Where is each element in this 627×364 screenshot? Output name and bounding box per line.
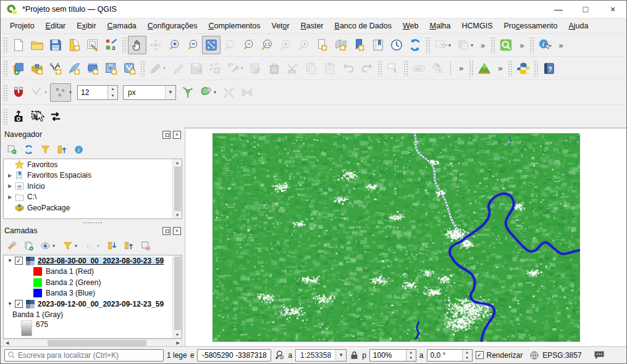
- menu-editar[interactable]: Editar: [40, 20, 72, 32]
- zoom-out-button[interactable]: [183, 36, 202, 54]
- spin-up-icon[interactable]: ▲: [406, 350, 416, 355]
- toolbar-handle[interactable]: [469, 60, 474, 77]
- spin-down-icon[interactable]: ▼: [406, 355, 416, 361]
- zoom-native-resolution-button[interactable]: 1:1: [258, 36, 276, 54]
- snapping-vertex-mode-button[interactable]: [28, 83, 46, 102]
- paste-features-button[interactable]: [321, 59, 339, 78]
- expand-all-button[interactable]: [104, 238, 119, 253]
- layer-row-1[interactable]: ▼ ✓ 2023-08-30-00_00_2023-08-30-23_59: [4, 255, 182, 267]
- deselect-features-button[interactable]: [454, 36, 473, 54]
- pan-to-selection-button[interactable]: [146, 36, 165, 54]
- scale-combo[interactable]: 1:253358 ▼: [295, 349, 347, 362]
- expression-dropdown[interactable]: ▾: [97, 243, 103, 249]
- spin-down-icon[interactable]: ▼: [108, 93, 117, 99]
- menu-configuracoes[interactable]: Configurações: [142, 20, 203, 32]
- locator-button[interactable]: [497, 36, 515, 54]
- new-shapefile-layer-button[interactable]: [46, 59, 65, 78]
- combo-arrow-icon[interactable]: ▼: [165, 86, 175, 99]
- import-photos-button[interactable]: [9, 107, 28, 126]
- scroll-down-icon[interactable]: ▼: [175, 212, 180, 218]
- layer-visibility-checkbox[interactable]: ✓: [15, 300, 23, 308]
- redo-button[interactable]: [358, 59, 376, 78]
- toolbar-handle[interactable]: [3, 60, 8, 77]
- vertex-tool-settings-button[interactable]: [224, 59, 243, 78]
- new-3d-map-view-button[interactable]: [332, 36, 350, 54]
- close-panel-icon[interactable]: ×: [173, 227, 181, 235]
- spin-up-icon[interactable]: ▲: [108, 86, 117, 93]
- messages-bubble-icon[interactable]: [594, 350, 605, 360]
- zoom-last-button[interactable]: [276, 36, 295, 54]
- coordinate-input[interactable]: [198, 351, 271, 360]
- toolbar-handle[interactable]: [529, 37, 534, 53]
- magnifier-input[interactable]: [370, 351, 406, 360]
- pan-map-button[interactable]: [128, 36, 146, 54]
- layer-diagram-button[interactable]: [428, 59, 447, 78]
- toolbar-overflow-button[interactable]: »: [494, 64, 507, 73]
- menu-web[interactable]: Web: [397, 20, 424, 32]
- new-geopackage-layer-button[interactable]: [28, 59, 46, 78]
- crs-status[interactable]: EPSG:3857: [542, 351, 581, 360]
- lock-icon[interactable]: [350, 350, 359, 360]
- toolbar-handle[interactable]: [140, 60, 145, 77]
- ramp-row[interactable]: 675: [4, 320, 182, 337]
- close-button[interactable]: ×: [599, 1, 626, 18]
- properties-button[interactable]: i: [71, 142, 86, 157]
- map-canvas[interactable]: [185, 128, 626, 346]
- zoom-in-button[interactable]: [165, 36, 183, 54]
- toolbar-overflow-button[interactable]: »: [515, 41, 528, 50]
- show-spatial-bookmarks-button[interactable]: [369, 36, 387, 54]
- select-features-button[interactable]: [432, 36, 450, 54]
- swap-rasters-button[interactable]: [46, 107, 65, 126]
- remove-layer-button[interactable]: [138, 238, 153, 253]
- cut-features-button[interactable]: [284, 59, 302, 78]
- browser-item-favoritos[interactable]: Favoritos: [4, 159, 182, 170]
- collapse-all-button[interactable]: [121, 238, 136, 253]
- toolbar-overflow-button[interactable]: »: [554, 41, 567, 50]
- rotation-input[interactable]: [427, 351, 462, 360]
- toggle-editing-button[interactable]: [169, 59, 187, 78]
- menu-vetor[interactable]: Vetor: [266, 20, 295, 32]
- toolbar-handle[interactable]: [122, 37, 127, 53]
- digitize-with-segment-button[interactable]: [206, 59, 224, 78]
- zoom-to-selection-button[interactable]: [221, 36, 239, 54]
- mouse-extent-toggle-icon[interactable]: 0: [274, 350, 285, 360]
- add-selected-layers-button[interactable]: [4, 142, 19, 157]
- add-group-button[interactable]: [21, 238, 36, 253]
- delete-selected-button[interactable]: [265, 59, 284, 78]
- help-button[interactable]: ?: [540, 59, 558, 78]
- annotation-tool-button[interactable]: [384, 59, 402, 78]
- snapping-mode-dropdown[interactable]: ▾: [44, 89, 50, 95]
- open-layer-styling-button[interactable]: [4, 238, 19, 253]
- menu-complementos[interactable]: Complementos: [203, 20, 266, 32]
- expand-arrow-icon[interactable]: ▶: [6, 194, 14, 200]
- toolbar-handle[interactable]: [426, 37, 431, 53]
- layer-row-2[interactable]: ▼ ✓ 2023-09-12-00_00_2023-09-12-23_59: [4, 299, 182, 310]
- combo-arrow-icon[interactable]: ▼: [335, 350, 346, 361]
- snapping-type-dropdown[interactable]: ▾: [69, 89, 75, 95]
- toolbar-overflow-button[interactable]: »: [476, 41, 489, 50]
- browser-item-c-drive[interactable]: ▶ C:\: [4, 192, 182, 203]
- gray-band-row[interactable]: Banda 1 (Gray): [4, 310, 182, 321]
- minimize-button[interactable]: —: [545, 1, 572, 18]
- new-gpx-layer-button[interactable]: [120, 59, 139, 78]
- refresh-map-button[interactable]: [406, 36, 424, 54]
- menu-hcmgis[interactable]: HCMGIS: [457, 20, 499, 32]
- crs-globe-icon[interactable]: [529, 350, 539, 360]
- menu-camada[interactable]: Camada: [102, 20, 142, 32]
- toolbar-handle[interactable]: [3, 37, 8, 53]
- dem-terrain-plugin-button[interactable]: [475, 59, 494, 78]
- close-panel-icon[interactable]: ×: [173, 131, 181, 139]
- toolbar-overflow-button[interactable]: »: [455, 64, 468, 73]
- new-temporary-scratch-layer-button[interactable]: [65, 59, 83, 78]
- snap-tolerance-input[interactable]: [78, 88, 107, 97]
- enable-snapping-button[interactable]: [9, 83, 28, 102]
- new-map-view-button[interactable]: [313, 36, 332, 54]
- snap-units-combo[interactable]: px ▼: [123, 85, 176, 100]
- save-edits-button[interactable]: [187, 59, 206, 78]
- toolbar-handle[interactable]: [3, 85, 8, 101]
- menu-raster[interactable]: Raster: [295, 20, 329, 32]
- menu-banco-de-dados[interactable]: Banco de Dados: [329, 20, 397, 32]
- python-console-button[interactable]: [514, 59, 532, 78]
- collapse-arrow-icon[interactable]: ▼: [6, 258, 14, 263]
- toolbar-handle[interactable]: [508, 60, 513, 77]
